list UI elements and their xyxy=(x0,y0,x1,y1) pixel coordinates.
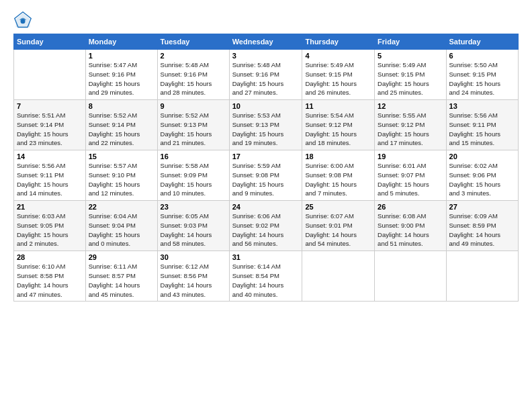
day-number: 23 xyxy=(161,203,226,211)
calendar-cell xyxy=(446,251,518,302)
day-info: Sunrise: 5:54 AM Sunset: 9:12 PM Dayligh… xyxy=(305,111,371,148)
svg-point-2 xyxy=(21,19,26,24)
day-number: 28 xyxy=(17,253,83,261)
day-info: Sunrise: 6:01 AM Sunset: 9:07 PM Dayligh… xyxy=(378,161,443,198)
day-header-wednesday: Wednesday xyxy=(229,34,302,50)
calendar-cell: 14Sunrise: 5:56 AM Sunset: 9:11 PM Dayli… xyxy=(14,150,86,201)
day-header-monday: Monday xyxy=(85,34,157,50)
calendar-cell: 13Sunrise: 5:56 AM Sunset: 9:11 PM Dayli… xyxy=(446,100,518,150)
day-info: Sunrise: 5:56 AM Sunset: 9:11 PM Dayligh… xyxy=(449,111,515,148)
day-number: 13 xyxy=(449,102,515,110)
day-number: 5 xyxy=(378,52,443,60)
day-info: Sunrise: 5:52 AM Sunset: 9:13 PM Dayligh… xyxy=(161,111,226,148)
calendar-cell: 3Sunrise: 5:48 AM Sunset: 9:16 PM Daylig… xyxy=(229,50,302,100)
day-number: 20 xyxy=(449,152,515,161)
calendar-cell: 7Sunrise: 5:51 AM Sunset: 9:14 PM Daylig… xyxy=(14,100,86,150)
calendar-week-4: 21Sunrise: 6:03 AM Sunset: 9:05 PM Dayli… xyxy=(14,201,519,251)
day-number: 3 xyxy=(232,52,300,60)
day-number: 22 xyxy=(89,203,154,211)
day-number: 1 xyxy=(89,52,154,60)
day-info: Sunrise: 6:04 AM Sunset: 9:04 PM Dayligh… xyxy=(89,212,154,248)
day-info: Sunrise: 5:48 AM Sunset: 9:16 PM Dayligh… xyxy=(232,60,300,97)
day-number: 31 xyxy=(232,253,300,261)
day-number: 14 xyxy=(17,152,83,161)
calendar-cell: 31Sunrise: 6:14 AM Sunset: 8:54 PM Dayli… xyxy=(229,251,302,302)
day-info: Sunrise: 5:53 AM Sunset: 9:13 PM Dayligh… xyxy=(232,111,300,148)
calendar-cell: 18Sunrise: 6:00 AM Sunset: 9:08 PM Dayli… xyxy=(302,150,375,201)
day-info: Sunrise: 5:56 AM Sunset: 9:11 PM Dayligh… xyxy=(17,161,83,198)
calendar-cell xyxy=(375,251,446,302)
day-number: 18 xyxy=(305,152,371,161)
day-header-friday: Friday xyxy=(375,34,446,50)
day-header-sunday: Sunday xyxy=(14,34,86,50)
day-number: 19 xyxy=(378,152,443,161)
day-info: Sunrise: 6:00 AM Sunset: 9:08 PM Dayligh… xyxy=(305,161,371,198)
calendar-week-3: 14Sunrise: 5:56 AM Sunset: 9:11 PM Dayli… xyxy=(14,150,519,201)
calendar-cell: 17Sunrise: 5:59 AM Sunset: 9:08 PM Dayli… xyxy=(229,150,302,201)
calendar-cell: 11Sunrise: 5:54 AM Sunset: 9:12 PM Dayli… xyxy=(302,100,375,150)
calendar-cell: 6Sunrise: 5:50 AM Sunset: 9:15 PM Daylig… xyxy=(446,50,518,100)
day-info: Sunrise: 6:08 AM Sunset: 9:00 PM Dayligh… xyxy=(378,212,443,248)
day-number: 11 xyxy=(305,102,371,110)
day-info: Sunrise: 5:58 AM Sunset: 9:09 PM Dayligh… xyxy=(161,161,226,198)
day-info: Sunrise: 6:11 AM Sunset: 8:57 PM Dayligh… xyxy=(89,262,154,299)
calendar-week-5: 28Sunrise: 6:10 AM Sunset: 8:58 PM Dayli… xyxy=(14,251,519,302)
day-number: 7 xyxy=(17,102,83,110)
calendar-cell: 2Sunrise: 5:48 AM Sunset: 9:16 PM Daylig… xyxy=(157,50,229,100)
calendar-cell: 30Sunrise: 6:12 AM Sunset: 8:56 PM Dayli… xyxy=(157,251,229,302)
day-header-saturday: Saturday xyxy=(446,34,518,50)
day-info: Sunrise: 6:09 AM Sunset: 8:59 PM Dayligh… xyxy=(449,212,515,248)
calendar-cell: 29Sunrise: 6:11 AM Sunset: 8:57 PM Dayli… xyxy=(85,251,157,302)
day-number: 9 xyxy=(161,102,226,110)
day-number: 27 xyxy=(449,203,515,211)
day-info: Sunrise: 6:06 AM Sunset: 9:02 PM Dayligh… xyxy=(232,212,300,248)
calendar-week-2: 7Sunrise: 5:51 AM Sunset: 9:14 PM Daylig… xyxy=(14,100,519,150)
day-info: Sunrise: 5:48 AM Sunset: 9:16 PM Dayligh… xyxy=(161,60,226,97)
day-number: 16 xyxy=(161,152,226,161)
calendar-table: SundayMondayTuesdayWednesdayThursdayFrid… xyxy=(13,34,519,302)
calendar-cell: 27Sunrise: 6:09 AM Sunset: 8:59 PM Dayli… xyxy=(446,201,518,251)
calendar-cell: 19Sunrise: 6:01 AM Sunset: 9:07 PM Dayli… xyxy=(375,150,446,201)
calendar-cell: 1Sunrise: 5:47 AM Sunset: 9:16 PM Daylig… xyxy=(85,50,157,100)
day-info: Sunrise: 5:49 AM Sunset: 9:15 PM Dayligh… xyxy=(378,60,443,97)
day-info: Sunrise: 5:49 AM Sunset: 9:15 PM Dayligh… xyxy=(305,60,371,97)
header xyxy=(13,11,519,30)
day-number: 12 xyxy=(378,102,443,110)
calendar-cell: 16Sunrise: 5:58 AM Sunset: 9:09 PM Dayli… xyxy=(157,150,229,201)
day-info: Sunrise: 5:47 AM Sunset: 9:16 PM Dayligh… xyxy=(89,60,154,97)
day-number: 21 xyxy=(17,203,83,211)
logo-icon xyxy=(13,11,32,30)
day-info: Sunrise: 5:57 AM Sunset: 9:10 PM Dayligh… xyxy=(89,161,154,198)
day-info: Sunrise: 5:55 AM Sunset: 9:12 PM Dayligh… xyxy=(378,111,443,148)
day-number: 24 xyxy=(232,203,300,211)
calendar-cell: 20Sunrise: 6:02 AM Sunset: 9:06 PM Dayli… xyxy=(446,150,518,201)
calendar-cell: 26Sunrise: 6:08 AM Sunset: 9:00 PM Dayli… xyxy=(375,201,446,251)
day-header-tuesday: Tuesday xyxy=(157,34,229,50)
calendar-header-row: SundayMondayTuesdayWednesdayThursdayFrid… xyxy=(14,34,519,50)
day-number: 6 xyxy=(449,52,515,60)
day-number: 10 xyxy=(232,102,300,110)
calendar-cell: 23Sunrise: 6:05 AM Sunset: 9:03 PM Dayli… xyxy=(157,201,229,251)
logo xyxy=(13,11,35,30)
calendar-cell: 25Sunrise: 6:07 AM Sunset: 9:01 PM Dayli… xyxy=(302,201,375,251)
day-info: Sunrise: 6:14 AM Sunset: 8:54 PM Dayligh… xyxy=(232,262,300,299)
day-info: Sunrise: 6:02 AM Sunset: 9:06 PM Dayligh… xyxy=(449,161,515,198)
day-number: 15 xyxy=(89,152,154,161)
calendar-cell xyxy=(302,251,375,302)
calendar-cell: 8Sunrise: 5:52 AM Sunset: 9:14 PM Daylig… xyxy=(85,100,157,150)
day-info: Sunrise: 5:51 AM Sunset: 9:14 PM Dayligh… xyxy=(17,111,83,148)
day-info: Sunrise: 5:50 AM Sunset: 9:15 PM Dayligh… xyxy=(449,60,515,97)
day-number: 26 xyxy=(378,203,443,211)
day-info: Sunrise: 6:12 AM Sunset: 8:56 PM Dayligh… xyxy=(161,262,226,299)
day-number: 30 xyxy=(161,253,226,261)
calendar-week-1: 1Sunrise: 5:47 AM Sunset: 9:16 PM Daylig… xyxy=(14,50,519,100)
day-info: Sunrise: 5:52 AM Sunset: 9:14 PM Dayligh… xyxy=(89,111,154,148)
calendar-cell xyxy=(14,50,86,100)
day-number: 17 xyxy=(232,152,300,161)
day-info: Sunrise: 6:07 AM Sunset: 9:01 PM Dayligh… xyxy=(305,212,371,248)
day-info: Sunrise: 5:59 AM Sunset: 9:08 PM Dayligh… xyxy=(232,161,300,198)
calendar-cell: 10Sunrise: 5:53 AM Sunset: 9:13 PM Dayli… xyxy=(229,100,302,150)
calendar-cell: 9Sunrise: 5:52 AM Sunset: 9:13 PM Daylig… xyxy=(157,100,229,150)
calendar-cell: 28Sunrise: 6:10 AM Sunset: 8:58 PM Dayli… xyxy=(14,251,86,302)
day-number: 29 xyxy=(89,253,154,261)
